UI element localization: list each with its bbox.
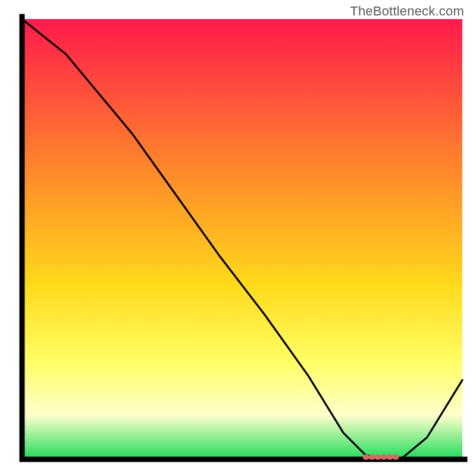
bottleneck-chart [0,0,476,476]
plot-background [22,19,462,459]
